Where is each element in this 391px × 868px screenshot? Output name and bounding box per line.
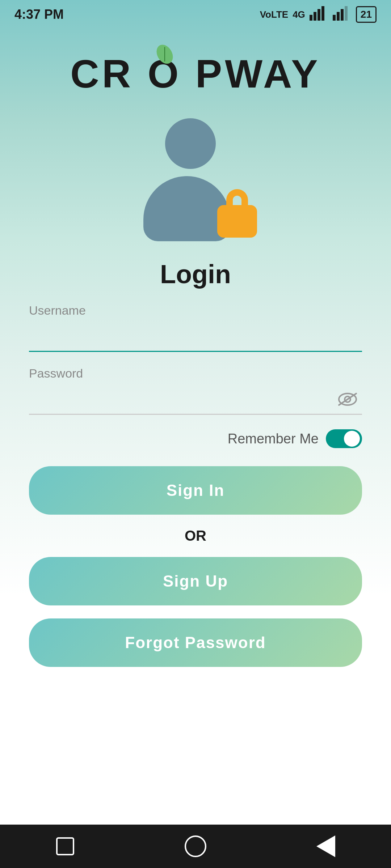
svg-rect-2 xyxy=(318,9,320,21)
toggle-password-icon[interactable] xyxy=(337,391,358,409)
or-divider: OR xyxy=(29,528,362,544)
remember-me-toggle[interactable] xyxy=(326,429,362,448)
nav-home-button[interactable] xyxy=(183,834,208,859)
nav-recent-apps-button[interactable] xyxy=(52,834,78,859)
login-form: Username Password Remember Me xyxy=(29,303,362,680)
volte-icon: VoLTE xyxy=(260,9,288,20)
status-icons: VoLTE 4G 21 xyxy=(260,6,377,23)
remember-me-label: Remember Me xyxy=(228,431,319,447)
signal-bars-icon xyxy=(310,6,328,23)
sign-up-button[interactable]: Sign Up xyxy=(29,557,362,605)
status-bar: 4:37 PM VoLTE 4G 21 xyxy=(0,0,391,29)
navigation-bar xyxy=(0,825,391,868)
logo-leaf-letter: O xyxy=(148,51,182,97)
svg-rect-7 xyxy=(345,6,348,21)
avatar-illustration xyxy=(127,118,264,241)
logo-section: CR O PWAY xyxy=(70,51,320,97)
battery-indicator: 21 xyxy=(356,6,377,23)
main-content: CR O PWAY Login Username xyxy=(0,29,391,680)
signal-bars2-icon xyxy=(333,6,352,23)
home-icon xyxy=(185,835,206,857)
username-group: Username xyxy=(29,303,362,352)
username-input[interactable] xyxy=(29,322,362,347)
toggle-knob xyxy=(344,431,360,447)
back-icon xyxy=(316,835,335,857)
forgot-password-button[interactable]: Forgot Password xyxy=(29,618,362,667)
leaf-icon xyxy=(154,43,176,65)
svg-rect-4 xyxy=(333,15,336,21)
svg-rect-0 xyxy=(310,15,312,21)
username-label: Username xyxy=(29,303,362,318)
avatar-head xyxy=(165,118,216,169)
sign-in-button[interactable]: Sign In xyxy=(29,466,362,515)
signal-4g-icon: 4G xyxy=(293,9,305,20)
lock-shackle xyxy=(226,189,248,207)
password-label: Password xyxy=(29,366,362,380)
password-input[interactable] xyxy=(29,385,333,410)
status-time: 4:37 PM xyxy=(14,7,64,22)
lock-icon xyxy=(217,205,257,238)
remember-me-section: Remember Me xyxy=(29,429,362,448)
nav-back-button[interactable] xyxy=(313,834,339,859)
password-group: Password xyxy=(29,366,362,415)
svg-rect-1 xyxy=(314,12,316,21)
svg-rect-5 xyxy=(337,12,340,21)
recent-apps-icon xyxy=(56,837,74,855)
app-logo: CR O PWAY xyxy=(70,51,320,97)
login-title: Login xyxy=(160,259,231,289)
svg-rect-3 xyxy=(321,6,324,21)
lock-body xyxy=(217,205,257,238)
svg-rect-6 xyxy=(341,9,344,21)
